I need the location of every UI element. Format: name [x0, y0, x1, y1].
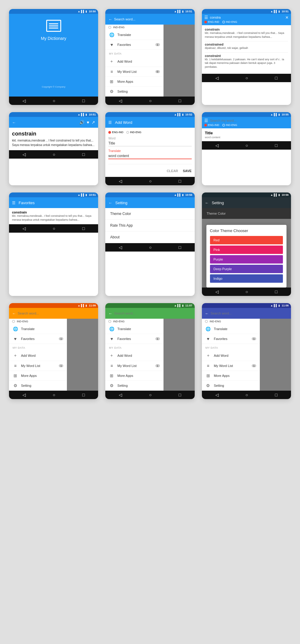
radio-ind-eng-11[interactable]: [108, 320, 111, 323]
color-option-pink[interactable]: Pink: [210, 246, 283, 254]
color-option-deeppurple[interactable]: Deep Purple: [210, 265, 283, 273]
color-option-purple[interactable]: Purple: [210, 255, 283, 264]
drawer-item-favorites-11[interactable]: ♥ Favorites 1: [105, 334, 163, 344]
settings-item-themecolor[interactable]: Theme Color: [105, 208, 194, 220]
drawer-item-wordlist-10[interactable]: ≡ My Word List 1: [9, 361, 67, 371]
drawer-item-favorites-12[interactable]: ♥ Favorites 1: [202, 334, 260, 344]
recents-icon[interactable]: □: [178, 245, 181, 250]
hamburger-icon-3[interactable]: ☰: [204, 15, 208, 20]
drawer-item-addword-10[interactable]: ＋ Add Word: [9, 350, 67, 361]
color-option-red[interactable]: Red: [210, 236, 283, 244]
drawer-item-setting-11[interactable]: ⚙ Setting: [105, 381, 163, 391]
radio-eng-ind-3[interactable]: ENG-IND: [204, 20, 219, 23]
drawer-item-addword-12[interactable]: ＋ Add Word: [202, 350, 260, 361]
radio-ind-eng-6[interactable]: IND-ENG: [222, 124, 237, 127]
radio-eng-ind-6[interactable]: ENG-IND: [204, 124, 219, 127]
home-icon[interactable]: ○: [149, 179, 152, 183]
search-input-12[interactable]: [211, 312, 288, 315]
drawer-item-wordlist[interactable]: ≡ My Word List 0: [105, 67, 163, 77]
home-icon[interactable]: ○: [53, 392, 55, 397]
color-option-indigo[interactable]: Indigo: [210, 274, 283, 283]
drawer-item-translate-12[interactable]: 🌐 Translate: [202, 324, 260, 334]
radio-eng-ind-5[interactable]: ENG-IND: [108, 131, 123, 134]
recents-icon[interactable]: □: [178, 179, 181, 183]
hamburger-icon-6[interactable]: ☰: [204, 118, 208, 123]
drawer-item-favorites-10[interactable]: ♥ Favorites 1: [9, 334, 67, 344]
recents-icon[interactable]: □: [275, 143, 278, 148]
home-icon[interactable]: ○: [245, 76, 248, 80]
search-input-10[interactable]: [18, 312, 95, 315]
drawer-item-moreapps-12[interactable]: ⊞ More Apps: [202, 371, 260, 381]
back-icon[interactable]: ◁: [22, 152, 26, 157]
radio-ind-eng[interactable]: [108, 26, 111, 29]
home-icon[interactable]: ○: [53, 152, 55, 157]
drawer-item-wordlist-11[interactable]: ≡ My Word List 1: [105, 361, 163, 371]
back-icon[interactable]: ◁: [215, 76, 219, 80]
radio-ind-eng-3[interactable]: IND-ENG: [222, 20, 237, 23]
recents-icon[interactable]: □: [82, 226, 85, 231]
radio-ind-eng-12[interactable]: [205, 320, 208, 323]
drawer-item-translate[interactable]: 🌐 Translate: [105, 30, 163, 40]
drawer-item-moreapps-10[interactable]: ⊞ More Apps: [9, 371, 67, 381]
back-arrow-icon-10[interactable]: ←: [12, 311, 16, 316]
home-icon[interactable]: ○: [245, 289, 248, 294]
back-icon[interactable]: ◁: [22, 98, 26, 103]
recents-icon[interactable]: □: [275, 76, 278, 80]
drawer-item-addword-11[interactable]: ＋ Add Word: [105, 350, 163, 361]
drawer-item-setting-10[interactable]: ⚙ Setting: [9, 381, 67, 391]
hamburger-icon-5[interactable]: ☰: [108, 120, 112, 125]
drawer-item-favorites[interactable]: ♥ Favorites 1: [105, 40, 163, 50]
home-icon[interactable]: ○: [245, 392, 248, 397]
back-icon[interactable]: ◁: [22, 392, 26, 397]
drawer-item-wordlist-12[interactable]: ≡ My Word List 1: [202, 361, 260, 371]
back-icon[interactable]: ◁: [215, 143, 219, 148]
clear-button[interactable]: CLEAR: [167, 169, 178, 173]
drawer-item-translate-11[interactable]: 🌐 Translate: [105, 324, 163, 334]
recents-icon[interactable]: □: [178, 98, 181, 103]
recents-icon[interactable]: □: [82, 392, 85, 397]
back-icon[interactable]: ◁: [215, 289, 219, 294]
home-icon[interactable]: ○: [53, 98, 55, 103]
drawer-item-moreapps[interactable]: ⊞ More Apps: [105, 77, 163, 87]
drawer-item-moreapps-11[interactable]: ⊞ More Apps: [105, 371, 163, 381]
search-input-3[interactable]: [210, 16, 284, 19]
back-arrow-icon[interactable]: ←: [108, 17, 112, 22]
recents-icon[interactable]: □: [275, 392, 278, 397]
search-input-6[interactable]: [210, 119, 289, 122]
home-icon[interactable]: ○: [149, 98, 152, 103]
back-arrow-icon-12[interactable]: ←: [205, 311, 209, 316]
translate-field-input[interactable]: [108, 153, 191, 159]
radio-ind-eng-10[interactable]: [12, 320, 15, 323]
drawer-item-addword[interactable]: ＋ Add Word: [105, 56, 163, 67]
home-icon[interactable]: ○: [149, 245, 152, 250]
back-arrow-icon-4[interactable]: ←: [12, 120, 16, 125]
home-icon[interactable]: ○: [53, 226, 55, 231]
recents-icon[interactable]: □: [82, 98, 85, 103]
back-icon[interactable]: ◁: [119, 98, 122, 103]
heart-icon[interactable]: ♥: [87, 120, 89, 125]
share-icon[interactable]: ↗: [92, 120, 95, 125]
volume-icon[interactable]: 🔊: [79, 120, 84, 125]
back-icon[interactable]: ◁: [119, 179, 122, 183]
close-icon-3[interactable]: ✕: [285, 15, 289, 20]
recents-icon[interactable]: □: [82, 152, 85, 157]
back-icon[interactable]: ◁: [119, 245, 122, 250]
back-icon[interactable]: ◁: [215, 392, 219, 397]
save-button[interactable]: SAVE: [183, 169, 192, 173]
search-input-2[interactable]: [114, 17, 191, 21]
home-icon[interactable]: ○: [245, 143, 248, 148]
back-arrow-icon-9[interactable]: ←: [205, 201, 209, 205]
back-arrow-icon-11[interactable]: ←: [108, 311, 112, 316]
back-icon[interactable]: ◁: [22, 226, 26, 231]
back-arrow-icon-8[interactable]: ←: [108, 201, 112, 205]
fav-item-constrain[interactable]: constrain kkt. memaksa,mendesak.. I feel…: [9, 208, 98, 224]
recents-icon[interactable]: □: [275, 289, 278, 294]
search-input-11[interactable]: [114, 312, 191, 315]
settings-item-about[interactable]: About: [105, 231, 194, 243]
drawer-item-setting[interactable]: ⚙ Setting: [105, 87, 163, 97]
drawer-item-setting-12[interactable]: ⚙ Setting: [202, 381, 260, 391]
word-field-input[interactable]: [108, 141, 191, 146]
radio-ind-eng-5[interactable]: IND-ENG: [126, 131, 141, 134]
drawer-item-translate-10[interactable]: 🌐 Translate: [9, 324, 67, 334]
settings-item-ratethisapp[interactable]: Rate This App: [105, 220, 194, 231]
